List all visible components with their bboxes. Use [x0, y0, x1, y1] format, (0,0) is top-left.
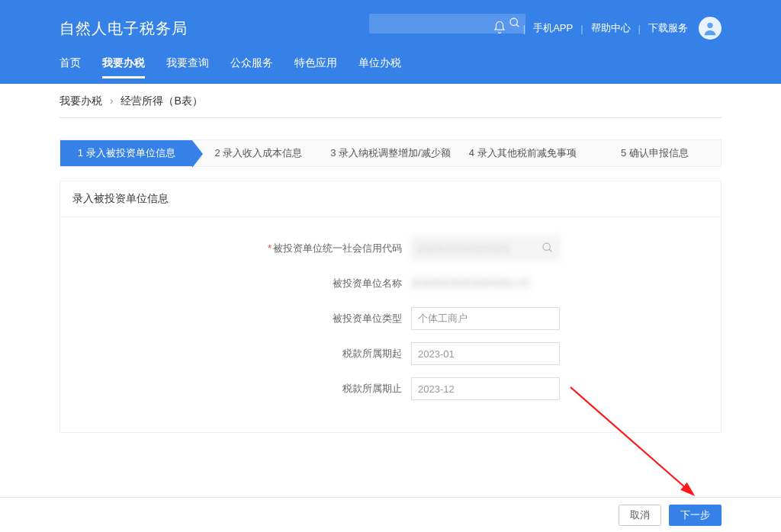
row-unit-type: 被投资单位类型 — [60, 307, 721, 330]
nav-public[interactable]: 公众服务 — [230, 56, 273, 76]
value-unit-name: 某某某某某某某某有限公司 — [411, 272, 530, 295]
form-panel: 录入被投资单位信息 *被投资单位统一社会信用代码 被投资单位名称 某某某某某某某… — [59, 181, 722, 433]
svg-point-3 — [543, 243, 550, 250]
breadcrumb-root[interactable]: 我要办税 — [59, 95, 102, 107]
input-unit-type[interactable] — [411, 307, 560, 330]
nav-unit[interactable]: 单位办税 — [358, 56, 401, 76]
row-unit-name: 被投资单位名称 某某某某某某某某有限公司 — [60, 272, 721, 295]
link-mobile-app[interactable]: 手机APP — [533, 21, 573, 35]
input-credit-code[interactable] — [411, 237, 560, 260]
label-unit-name: 被投资单位名称 — [333, 277, 402, 289]
bell-icon[interactable] — [493, 21, 506, 37]
nav-tax[interactable]: 我要办税 — [102, 56, 145, 79]
label-period-end: 税款所属期止 — [342, 383, 402, 394]
input-period-start[interactable] — [411, 342, 560, 365]
cancel-button[interactable]: 取消 — [619, 505, 661, 526]
step-5[interactable]: 5 确认申报信息 — [589, 140, 721, 166]
main-nav: 首页 我要办税 我要查询 公众服务 特色应用 单位办税 — [0, 56, 781, 84]
step-3[interactable]: 3 录入纳税调整增加/减少额 — [324, 140, 456, 166]
next-button[interactable]: 下一步 — [669, 505, 722, 526]
label-unit-type: 被投资单位类型 — [333, 312, 402, 324]
label-period-start: 税款所属期起 — [342, 348, 402, 359]
breadcrumb: 我要办税 › 经营所得（B表） — [59, 95, 722, 118]
investee-form: *被投资单位统一社会信用代码 被投资单位名称 某某某某某某某某有限公司 被投资单… — [60, 217, 721, 432]
breadcrumb-leaf: 经营所得（B表） — [121, 95, 202, 107]
nav-special[interactable]: 特色应用 — [294, 56, 337, 76]
step-1[interactable]: 1 录入被投资单位信息 — [60, 140, 192, 166]
lookup-icon[interactable] — [542, 242, 554, 257]
step-bar: 1 录入被投资单位信息 2 录入收入成本信息 3 录入纳税调整增加/减少额 4 … — [59, 139, 722, 167]
chevron-right-icon: › — [110, 95, 114, 107]
panel-title: 录入被投资单位信息 — [60, 181, 721, 217]
top-links: | 手机APP | 帮助中心 | 下载服务 — [493, 0, 722, 56]
nav-home[interactable]: 首页 — [59, 56, 81, 76]
step-4[interactable]: 4 录入其他税前减免事项 — [457, 140, 589, 166]
link-download[interactable]: 下载服务 — [648, 21, 688, 35]
input-period-end[interactable] — [411, 377, 560, 400]
row-credit-code: *被投资单位统一社会信用代码 — [60, 237, 721, 260]
app-title: 自然人电子税务局 — [59, 18, 188, 39]
link-help[interactable]: 帮助中心 — [591, 21, 631, 35]
svg-point-2 — [707, 23, 712, 28]
action-footer: 取消 下一步 — [0, 497, 781, 532]
app-header: 自然人电子税务局 | 手机APP | 帮助中心 | 下载服务 — [0, 0, 781, 56]
row-period-end: 税款所属期止 — [60, 377, 721, 400]
step-2[interactable]: 2 录入收入成本信息 — [192, 140, 324, 166]
avatar[interactable] — [699, 17, 722, 40]
label-credit-code: 被投资单位统一社会信用代码 — [273, 242, 402, 254]
row-period-start: 税款所属期起 — [60, 342, 721, 365]
svg-line-4 — [549, 249, 551, 252]
nav-query[interactable]: 我要查询 — [166, 56, 209, 76]
